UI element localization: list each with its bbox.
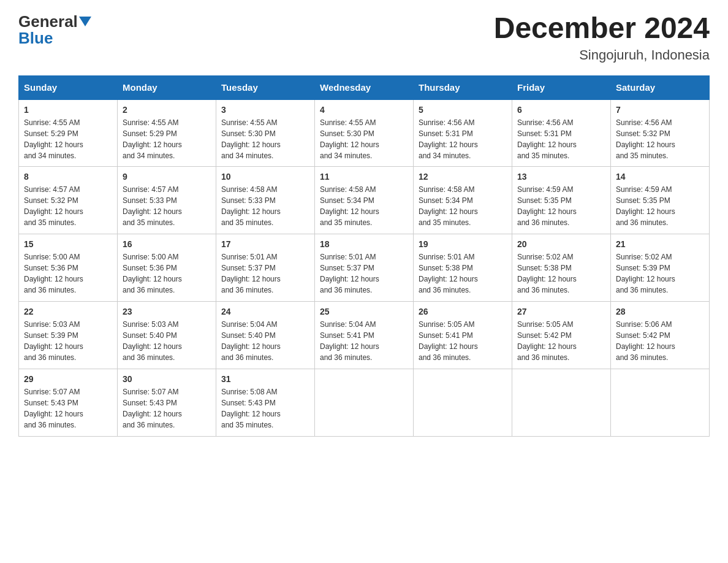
sunset-label: Sunset: 5:35 PM bbox=[616, 196, 670, 205]
day-number: 6 bbox=[517, 105, 605, 115]
daylight-minutes: and 34 minutes. bbox=[419, 151, 471, 160]
calendar-cell: 25 Sunrise: 5:04 AM Sunset: 5:41 PM Dayl… bbox=[315, 302, 414, 369]
daylight-label: Daylight: 12 hours bbox=[24, 140, 83, 149]
daylight-label: Daylight: 12 hours bbox=[517, 207, 577, 216]
calendar-cell: 24 Sunrise: 5:04 AM Sunset: 5:40 PM Dayl… bbox=[216, 302, 315, 369]
day-info: Sunrise: 5:03 AM Sunset: 5:39 PM Dayligh… bbox=[24, 319, 112, 363]
day-number: 25 bbox=[320, 307, 408, 316]
day-info: Sunrise: 4:59 AM Sunset: 5:35 PM Dayligh… bbox=[616, 184, 704, 228]
sunrise-label: Sunrise: 5:06 AM bbox=[616, 320, 672, 329]
calendar-cell: 22 Sunrise: 5:03 AM Sunset: 5:39 PM Dayl… bbox=[19, 302, 118, 369]
sunrise-label: Sunrise: 4:58 AM bbox=[221, 185, 277, 194]
daylight-label: Daylight: 12 hours bbox=[221, 140, 281, 149]
sunrise-label: Sunrise: 4:57 AM bbox=[123, 185, 178, 194]
day-info: Sunrise: 4:58 AM Sunset: 5:34 PM Dayligh… bbox=[320, 184, 408, 228]
day-number: 5 bbox=[419, 105, 507, 115]
calendar-cell: 15 Sunrise: 5:00 AM Sunset: 5:36 PM Dayl… bbox=[19, 234, 118, 302]
daylight-label: Daylight: 12 hours bbox=[24, 410, 83, 418]
calendar-week-row: 8 Sunrise: 4:57 AM Sunset: 5:32 PM Dayli… bbox=[19, 167, 710, 234]
day-number: 1 bbox=[24, 105, 112, 115]
daylight-label: Daylight: 12 hours bbox=[517, 275, 577, 283]
daylight-label: Daylight: 12 hours bbox=[419, 275, 478, 283]
daylight-minutes: and 34 minutes. bbox=[24, 151, 76, 160]
calendar-cell: 3 Sunrise: 4:55 AM Sunset: 5:30 PM Dayli… bbox=[216, 99, 315, 167]
day-info: Sunrise: 4:55 AM Sunset: 5:29 PM Dayligh… bbox=[123, 117, 211, 161]
daylight-label: Daylight: 12 hours bbox=[123, 207, 182, 216]
calendar-week-row: 22 Sunrise: 5:03 AM Sunset: 5:39 PM Dayl… bbox=[19, 302, 710, 369]
daylight-minutes: and 36 minutes. bbox=[320, 353, 372, 362]
day-info: Sunrise: 4:58 AM Sunset: 5:34 PM Dayligh… bbox=[419, 184, 507, 228]
daylight-label: Daylight: 12 hours bbox=[24, 207, 83, 216]
daylight-minutes: and 35 minutes. bbox=[419, 218, 471, 227]
daylight-label: Daylight: 12 hours bbox=[221, 275, 281, 283]
daylight-minutes: and 36 minutes. bbox=[517, 286, 569, 294]
daylight-minutes: and 36 minutes. bbox=[123, 353, 175, 362]
sunset-label: Sunset: 5:39 PM bbox=[24, 331, 78, 340]
daylight-minutes: and 36 minutes. bbox=[517, 218, 569, 227]
daylight-label: Daylight: 12 hours bbox=[517, 342, 577, 351]
daylight-label: Daylight: 12 hours bbox=[24, 342, 83, 351]
day-number: 11 bbox=[320, 172, 408, 182]
daylight-label: Daylight: 12 hours bbox=[320, 140, 379, 149]
calendar-cell: 21 Sunrise: 5:02 AM Sunset: 5:39 PM Dayl… bbox=[611, 234, 710, 302]
day-number: 19 bbox=[419, 239, 507, 249]
day-header-thursday: Thursday bbox=[414, 75, 512, 99]
calendar-cell: 23 Sunrise: 5:03 AM Sunset: 5:40 PM Dayl… bbox=[118, 302, 216, 369]
sunset-label: Sunset: 5:34 PM bbox=[419, 196, 473, 205]
day-info: Sunrise: 5:05 AM Sunset: 5:41 PM Dayligh… bbox=[419, 319, 507, 363]
sunset-label: Sunset: 5:37 PM bbox=[221, 264, 276, 272]
sunset-label: Sunset: 5:42 PM bbox=[616, 331, 670, 340]
daylight-label: Daylight: 12 hours bbox=[616, 275, 675, 283]
day-info: Sunrise: 5:02 AM Sunset: 5:38 PM Dayligh… bbox=[517, 251, 605, 296]
sunset-label: Sunset: 5:34 PM bbox=[320, 196, 374, 205]
sunset-label: Sunset: 5:29 PM bbox=[123, 129, 177, 138]
sunset-label: Sunset: 5:31 PM bbox=[517, 129, 572, 138]
sunset-label: Sunset: 5:33 PM bbox=[123, 196, 177, 205]
sunrise-label: Sunrise: 5:04 AM bbox=[221, 320, 277, 329]
sunset-label: Sunset: 5:31 PM bbox=[419, 129, 473, 138]
daylight-minutes: and 35 minutes. bbox=[221, 421, 273, 429]
sunset-label: Sunset: 5:38 PM bbox=[517, 264, 572, 272]
calendar-cell: 8 Sunrise: 4:57 AM Sunset: 5:32 PM Dayli… bbox=[19, 167, 118, 234]
calendar-cell: 4 Sunrise: 4:55 AM Sunset: 5:30 PM Dayli… bbox=[315, 99, 414, 167]
daylight-minutes: and 35 minutes. bbox=[221, 218, 273, 227]
daylight-minutes: and 36 minutes. bbox=[517, 353, 569, 362]
daylight-label: Daylight: 12 hours bbox=[24, 275, 83, 283]
calendar-subtitle: Singojuruh, Indonesia bbox=[494, 47, 710, 63]
day-number: 26 bbox=[419, 307, 507, 316]
calendar-cell: 1 Sunrise: 4:55 AM Sunset: 5:29 PM Dayli… bbox=[19, 99, 118, 167]
day-info: Sunrise: 5:00 AM Sunset: 5:36 PM Dayligh… bbox=[123, 251, 211, 296]
sunset-label: Sunset: 5:43 PM bbox=[123, 399, 177, 407]
day-info: Sunrise: 5:07 AM Sunset: 5:43 PM Dayligh… bbox=[123, 386, 211, 431]
page-header: General Blue December 2024 Singojuruh, I… bbox=[18, 12, 710, 63]
sunset-label: Sunset: 5:40 PM bbox=[123, 331, 177, 340]
day-info: Sunrise: 5:01 AM Sunset: 5:37 PM Dayligh… bbox=[320, 251, 408, 296]
daylight-label: Daylight: 12 hours bbox=[123, 342, 182, 351]
title-block: December 2024 Singojuruh, Indonesia bbox=[494, 12, 710, 63]
day-info: Sunrise: 4:58 AM Sunset: 5:33 PM Dayligh… bbox=[221, 184, 309, 228]
sunrise-label: Sunrise: 5:02 AM bbox=[616, 253, 672, 261]
daylight-minutes: and 36 minutes. bbox=[419, 353, 471, 362]
sunrise-label: Sunrise: 5:01 AM bbox=[320, 253, 376, 261]
day-number: 8 bbox=[24, 172, 112, 182]
daylight-minutes: and 36 minutes. bbox=[24, 421, 76, 429]
sunrise-label: Sunrise: 5:02 AM bbox=[517, 253, 573, 261]
daylight-minutes: and 36 minutes. bbox=[419, 286, 471, 294]
sunset-label: Sunset: 5:33 PM bbox=[221, 196, 276, 205]
day-info: Sunrise: 4:59 AM Sunset: 5:35 PM Dayligh… bbox=[517, 184, 605, 228]
sunrise-label: Sunrise: 4:55 AM bbox=[320, 118, 376, 127]
day-number: 13 bbox=[517, 172, 605, 182]
day-info: Sunrise: 5:03 AM Sunset: 5:40 PM Dayligh… bbox=[123, 319, 211, 363]
day-info: Sunrise: 5:04 AM Sunset: 5:40 PM Dayligh… bbox=[221, 319, 309, 363]
daylight-label: Daylight: 12 hours bbox=[221, 410, 281, 418]
day-number: 31 bbox=[221, 374, 309, 384]
day-number: 18 bbox=[320, 239, 408, 249]
daylight-minutes: and 36 minutes. bbox=[616, 218, 668, 227]
daylight-minutes: and 36 minutes. bbox=[123, 286, 175, 294]
day-info: Sunrise: 4:55 AM Sunset: 5:30 PM Dayligh… bbox=[221, 117, 309, 161]
sunset-label: Sunset: 5:40 PM bbox=[221, 331, 276, 340]
daylight-minutes: and 36 minutes. bbox=[24, 353, 76, 362]
day-number: 16 bbox=[123, 239, 211, 249]
day-number: 27 bbox=[517, 307, 605, 316]
day-header-sunday: Sunday bbox=[19, 75, 118, 99]
